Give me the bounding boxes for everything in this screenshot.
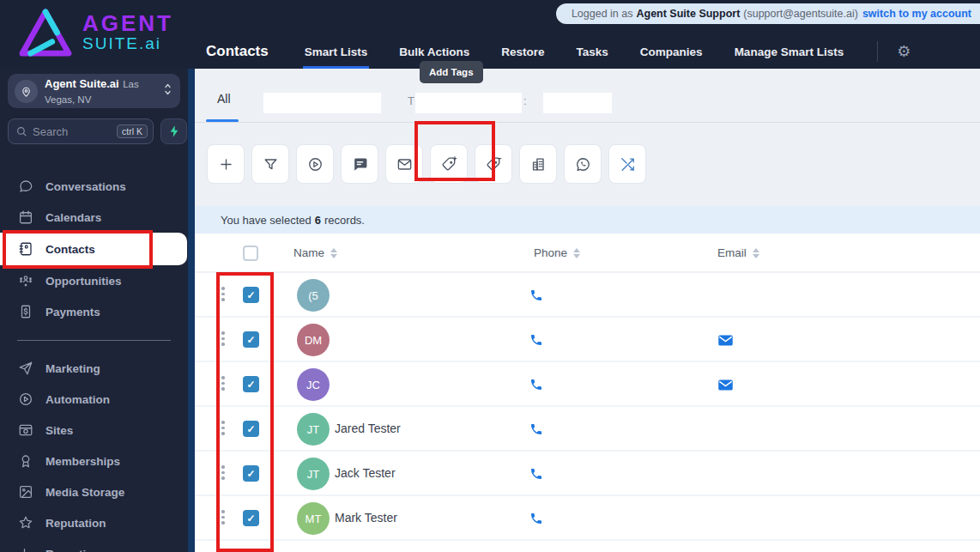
table-header: Name Phone Email (195, 234, 980, 273)
whatsapp-icon (575, 156, 591, 173)
row-checkbox[interactable]: ✓ (243, 331, 259, 348)
row-drag-handle-icon[interactable] (221, 376, 225, 391)
sidebar-item-opportunities[interactable]: Opportunities (0, 265, 188, 296)
row-drag-handle-icon[interactable] (221, 421, 225, 435)
selection-count: 6 (315, 214, 321, 227)
phone-icon[interactable] (529, 288, 543, 302)
phone-icon[interactable] (529, 422, 543, 436)
map-pin-icon (15, 80, 38, 103)
avatar: MT (297, 502, 330, 535)
location-switcher[interactable]: Agent Suite.ai Las Vegas, NV (8, 74, 180, 108)
avatar: JC (297, 368, 330, 401)
play-circle-icon (307, 156, 324, 173)
sms-icon (352, 156, 368, 173)
send-email-button[interactable] (385, 144, 423, 184)
envelope-icon (396, 156, 413, 173)
send-sms-button[interactable] (341, 144, 378, 184)
memberships-icon (18, 453, 33, 469)
search-icon (15, 125, 27, 137)
email-icon[interactable] (717, 379, 734, 391)
tab-all[interactable]: All (217, 92, 231, 106)
nav-companies[interactable]: Companies (638, 34, 705, 69)
remove-tags-button[interactable] (475, 144, 512, 184)
media-storage-icon (18, 484, 33, 500)
sidebar-item-reporting[interactable]: Reporting (0, 538, 188, 552)
search-box[interactable]: ctrl K (8, 118, 154, 144)
sidebar-item-label: Automation (45, 393, 110, 406)
phone-icon[interactable] (529, 467, 543, 481)
brand-logo: AGENT SUITE.ai (19, 9, 173, 57)
nav-tasks[interactable]: Tasks (575, 34, 610, 69)
calendars-icon (18, 209, 33, 225)
row-checkbox[interactable]: ✓ (243, 465, 259, 482)
selection-banner-prefix: You have selected (221, 214, 312, 227)
reporting-icon (18, 546, 33, 552)
nav-manage-smart-lists[interactable]: Manage Smart Lists (733, 34, 846, 69)
column-header-name[interactable]: Name (293, 246, 337, 259)
search-input[interactable] (33, 125, 112, 138)
sidebar-item-reputation[interactable]: Reputation (0, 507, 188, 538)
row-checkbox[interactable]: ✓ (243, 510, 259, 526)
contact-name[interactable]: Jared Tester (335, 422, 401, 435)
chevron-up-down-icon (162, 82, 173, 100)
column-header-phone[interactable]: Phone (534, 246, 580, 259)
select-all-checkbox[interactable] (243, 246, 258, 261)
filter-button[interactable] (251, 144, 289, 184)
payments-icon (18, 304, 33, 319)
sidebar-item-automation[interactable]: Automation (0, 384, 188, 415)
column-header-email[interactable]: Email (717, 246, 759, 259)
redacted-tab-1[interactable] (263, 93, 381, 113)
phone-icon[interactable] (529, 378, 543, 391)
phone-icon[interactable] (529, 512, 543, 525)
search-shortcut-badge: ctrl K (117, 124, 148, 138)
redacted-tab-2[interactable] (415, 93, 522, 113)
contact-name[interactable]: Jack Tester (335, 466, 396, 480)
pipeline-change-button[interactable] (296, 144, 334, 184)
row-checkbox[interactable]: ✓ (243, 287, 259, 303)
sidebar-item-label: Marketing (45, 362, 100, 375)
row-drag-handle-icon[interactable] (221, 331, 225, 346)
sidebar-item-payments[interactable]: Payments (0, 296, 188, 327)
sidebar-item-label: Opportunities (45, 275, 122, 288)
row-drag-handle-icon[interactable] (221, 465, 225, 480)
shuffle-icon (620, 156, 636, 173)
sidebar-item-conversations[interactable]: Conversations (0, 171, 188, 202)
nav-restore[interactable]: Restore (499, 34, 546, 69)
add-contact-button[interactable] (207, 144, 245, 184)
avatar: DM (297, 324, 330, 356)
redacted-tab-2-fragment-left: T (408, 94, 414, 107)
contact-name[interactable]: Mark Tester (335, 511, 397, 525)
sidebar-item-label: Calendars (45, 211, 101, 224)
sidebar-item-marketing[interactable]: Marketing (0, 353, 188, 384)
row-checkbox[interactable]: ✓ (243, 376, 259, 392)
contacts-icon (18, 241, 33, 257)
email-icon[interactable] (717, 334, 734, 347)
logged-in-user: Agent Suite Support (636, 8, 740, 20)
sidebar-item-label: Media Storage (45, 486, 124, 499)
send-whatsapp-button[interactable] (564, 144, 602, 184)
main-content: All T : Add Tags You have selected 6 rec… (195, 69, 980, 552)
sidebar: Agent Suite.ai Las Vegas, NV ctrl K (0, 69, 188, 552)
brand-mark-icon (19, 9, 72, 57)
add-to-company-button[interactable] (519, 144, 557, 184)
sidebar-item-label: Reporting (45, 548, 100, 552)
row-drag-handle-icon[interactable] (221, 287, 225, 301)
phone-icon[interactable] (529, 333, 543, 347)
sidebar-item-sites[interactable]: Sites (0, 415, 188, 446)
merge-contacts-button[interactable] (608, 144, 646, 184)
add-tags-button[interactable] (430, 144, 468, 184)
logged-in-email: (support@agentsuite.ai) (743, 8, 858, 20)
sidebar-item-contacts[interactable]: Contacts (0, 233, 187, 265)
row-checkbox[interactable]: ✓ (243, 421, 259, 437)
sidebar-item-label: Sites (45, 424, 73, 437)
sidebar-item-memberships[interactable]: Memberships (0, 446, 188, 476)
switch-account-link[interactable]: switch to my account (862, 8, 971, 20)
settings-gear-icon[interactable]: ⚙ (897, 44, 910, 59)
redacted-tab-3[interactable] (543, 93, 612, 113)
nav-smart-lists[interactable]: Smart Lists (303, 34, 370, 69)
row-drag-handle-icon[interactable] (221, 510, 225, 525)
sidebar-item-media-storage[interactable]: Media Storage (0, 476, 188, 507)
lightning-bolt-icon (167, 124, 181, 138)
sidebar-item-calendars[interactable]: Calendars (0, 202, 188, 233)
quick-actions-button[interactable] (160, 118, 187, 144)
